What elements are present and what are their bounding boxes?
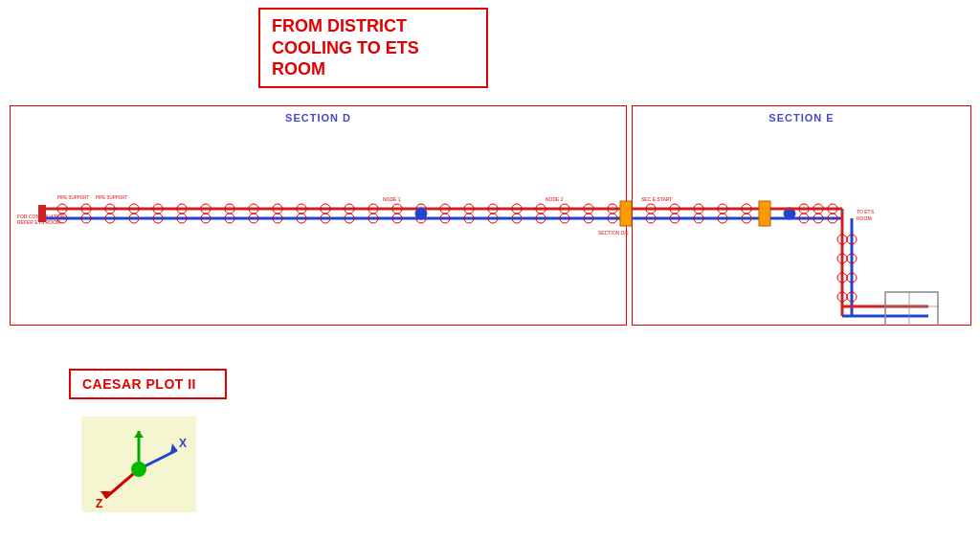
svg-rect-67 bbox=[759, 201, 770, 226]
svg-text:PIPE SUPPORT: PIPE SUPPORT bbox=[57, 195, 89, 200]
svg-text:Z: Z bbox=[96, 497, 102, 510]
svg-text:PIPE SUPPORT: PIPE SUPPORT bbox=[96, 195, 127, 200]
svg-text:SEC E START: SEC E START bbox=[641, 196, 672, 202]
pipeline-diagram: FOR CONTINUATION REFER ETS ROOM bbox=[10, 105, 971, 326]
svg-point-53 bbox=[415, 208, 427, 219]
axis-indicator: Z X bbox=[81, 417, 196, 512]
svg-point-111 bbox=[131, 462, 146, 477]
diagram-area: SECTION D SECTION E FOR CONTINUATION REF… bbox=[10, 105, 971, 354]
svg-text:NODE 2: NODE 2 bbox=[546, 196, 564, 202]
svg-text:TO ETS: TO ETS bbox=[857, 209, 875, 215]
svg-rect-4 bbox=[38, 205, 46, 222]
axis-svg: Z X bbox=[81, 417, 196, 512]
svg-text:SECTION D/E: SECTION D/E bbox=[598, 230, 630, 236]
title-text: FROM DISTRICT COOLING TO ETS ROOM bbox=[272, 15, 475, 80]
svg-text:NODE 1: NODE 1 bbox=[383, 196, 401, 202]
svg-rect-85 bbox=[885, 292, 938, 326]
title-box: FROM DISTRICT COOLING TO ETS ROOM bbox=[258, 8, 488, 88]
caesar-plot-label: CAESAR PLOT II bbox=[82, 376, 196, 392]
svg-text:X: X bbox=[179, 437, 187, 450]
caesar-plot-box: CAESAR PLOT II bbox=[69, 369, 227, 399]
svg-rect-54 bbox=[620, 201, 632, 226]
svg-text:ROOM: ROOM bbox=[857, 215, 872, 221]
